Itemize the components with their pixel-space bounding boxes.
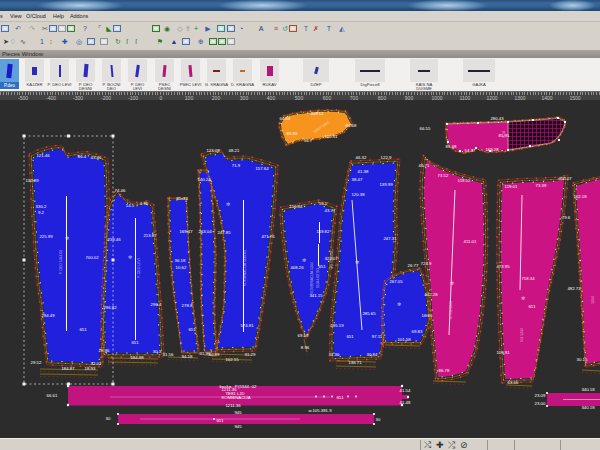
svg-text:651: 651	[188, 327, 196, 332]
svg-text:38.47: 38.47	[352, 177, 363, 182]
svg-text:700.02: 700.02	[85, 255, 99, 260]
svg-text:B. KG 5344: B. KG 5344	[449, 301, 453, 319]
svg-text:P. DEO LEVI: P. DEO LEVI	[137, 258, 141, 277]
svg-text:✻: ✻	[65, 235, 69, 241]
svg-text:184.87: 184.87	[61, 366, 75, 371]
svg-text:✻: ✻	[397, 301, 401, 307]
svg-text:239.46: 239.46	[107, 237, 121, 242]
svg-text:31.29: 31.29	[245, 352, 256, 357]
svg-text:5344: 5344	[591, 296, 595, 304]
svg-text:296.4: 296.4	[151, 302, 162, 307]
svg-text:30.3: 30.3	[153, 349, 162, 354]
svg-text:109.91: 109.91	[496, 350, 510, 355]
svg-text:w.105.381.9: w.105.381.9	[308, 408, 332, 413]
svg-text:54.37: 54.37	[465, 148, 476, 153]
svg-text:9.2: 9.2	[38, 210, 45, 215]
svg-text:41.38: 41.38	[358, 169, 369, 174]
svg-text:41.54: 41.54	[400, 388, 411, 393]
svg-text:29.52: 29.52	[31, 360, 42, 365]
svg-text:169.47: 169.47	[179, 229, 193, 234]
svg-text:63.66: 63.66	[508, 380, 519, 385]
svg-text:29.96: 29.96	[99, 348, 110, 353]
svg-text:KOMBINACIJA 5344-02: KOMBINACIJA 5344-02	[243, 250, 247, 286]
svg-text:26.77: 26.77	[408, 263, 419, 268]
svg-text:8.96: 8.96	[301, 345, 310, 350]
svg-text:330.2: 330.2	[36, 204, 47, 209]
svg-text:43.46: 43.46	[91, 155, 102, 160]
svg-text:✻: ✻	[355, 259, 359, 265]
svg-text:136.71: 136.71	[348, 360, 362, 365]
svg-text:322.07: 322.07	[324, 256, 338, 261]
svg-text:267.05: 267.05	[389, 279, 403, 284]
svg-text:TE81 LJD: TE81 LJD	[225, 391, 244, 396]
svg-text:✻: ✻	[521, 295, 525, 301]
svg-text:59.1: 59.1	[319, 201, 328, 206]
svg-text:278.8: 278.8	[182, 303, 193, 308]
svg-text:247.85: 247.85	[217, 230, 231, 235]
svg-text:121.46: 121.46	[36, 153, 50, 158]
svg-text:✻: ✻	[302, 257, 306, 263]
svg-text:30x33: 30x33	[176, 196, 188, 201]
svg-text:945: 945	[234, 424, 242, 429]
svg-text:482.72: 482.72	[567, 286, 581, 291]
svg-text:724.9: 724.9	[421, 261, 432, 266]
svg-text:651: 651	[318, 264, 326, 269]
svg-text:157.64: 157.64	[255, 166, 269, 171]
svg-text:KOMBINACIJA 5344: KOMBINACIJA 5344	[310, 262, 314, 293]
svg-text:46.71: 46.71	[419, 163, 430, 168]
svg-text:122.9: 122.9	[381, 155, 392, 160]
svg-text:36.18: 36.18	[175, 258, 186, 263]
svg-text:213.87: 213.87	[143, 233, 157, 238]
svg-text:119.01: 119.01	[505, 184, 518, 189]
svg-text:84.68: 84.68	[346, 123, 357, 128]
svg-text:140.24: 140.24	[197, 177, 211, 182]
svg-text:83.48: 83.48	[446, 144, 457, 149]
svg-text:139.99: 139.99	[379, 182, 393, 187]
svg-text:✻: ✻	[450, 280, 454, 286]
svg-text:340.18: 340.18	[581, 405, 595, 410]
svg-text:31.36: 31.36	[329, 352, 340, 357]
svg-text:69.83: 69.83	[412, 329, 423, 334]
svg-text:1211.36: 1211.36	[225, 403, 241, 408]
svg-text:14.5: 14.5	[126, 203, 135, 208]
svg-text:651: 651	[336, 395, 344, 400]
svg-text:66.55: 66.55	[420, 126, 431, 131]
svg-text:116.84: 116.84	[290, 204, 303, 209]
svg-text:30.89: 30.89	[209, 352, 220, 357]
svg-text:48.21: 48.21	[229, 148, 240, 153]
svg-text:285.65: 285.65	[362, 311, 376, 316]
svg-text:169.28: 169.28	[485, 147, 499, 152]
svg-text:225.99: 225.99	[39, 234, 53, 239]
svg-text:18.93: 18.93	[85, 366, 96, 371]
svg-text:4.96: 4.96	[140, 201, 149, 206]
svg-text:46.32: 46.32	[356, 155, 367, 160]
svg-text:130.89: 130.89	[25, 178, 39, 183]
svg-text:110.31: 110.31	[325, 134, 338, 139]
svg-text:86.78: 86.78	[439, 368, 450, 373]
svg-text:455.07: 455.07	[558, 176, 572, 181]
svg-text:66.61: 66.61	[47, 393, 58, 398]
svg-text:651: 651	[346, 334, 354, 339]
svg-text:185.19: 185.19	[330, 323, 344, 328]
svg-text:10.62: 10.62	[176, 265, 187, 270]
svg-text:85.90: 85.90	[287, 131, 298, 136]
svg-text:✻: ✻	[128, 254, 132, 260]
svg-text:86.4: 86.4	[78, 154, 87, 159]
svg-text:79.6: 79.6	[562, 215, 571, 220]
svg-text:120.38: 120.38	[351, 192, 365, 197]
svg-text:73.39: 73.39	[536, 183, 547, 188]
svg-text:651: 651	[131, 340, 139, 345]
svg-text:30.84: 30.84	[367, 352, 378, 357]
svg-text:651: 651	[528, 304, 536, 309]
svg-text:41.48: 41.48	[400, 400, 411, 405]
svg-text:23.00: 23.00	[535, 401, 546, 406]
svg-text:71.9: 71.9	[232, 163, 241, 168]
svg-text:247.31: 247.31	[383, 236, 397, 241]
svg-text:97.11: 97.11	[372, 334, 383, 339]
svg-text:280.43: 280.43	[490, 116, 504, 121]
svg-text:30.15: 30.15	[577, 357, 588, 362]
svg-text:15344-02 BG: 15344-02 BG	[316, 268, 320, 289]
svg-text:73.52: 73.52	[438, 173, 449, 178]
svg-text:142.28: 142.28	[424, 292, 438, 297]
svg-text:43.77: 43.77	[325, 208, 336, 213]
